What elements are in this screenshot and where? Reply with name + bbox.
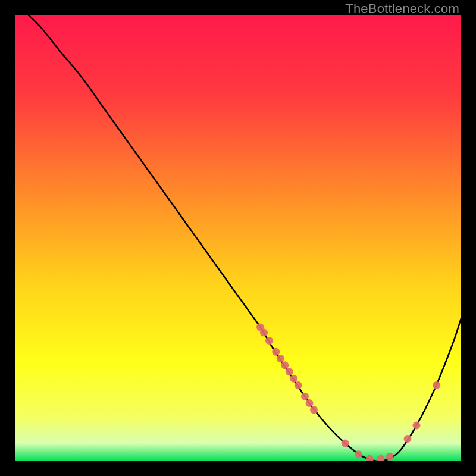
scatter-dot	[386, 453, 394, 461]
scatter-dot	[342, 440, 349, 447]
scatter-dot	[290, 375, 298, 383]
scatter-dot	[277, 355, 284, 362]
bottleneck-chart	[15, 15, 461, 461]
scatter-dot	[404, 435, 412, 443]
scatter-dot	[413, 422, 421, 430]
chart-background	[15, 15, 461, 461]
scatter-dot	[265, 337, 273, 345]
scatter-dot	[355, 450, 362, 458]
scatter-dot	[281, 361, 289, 369]
scatter-dot	[433, 381, 440, 389]
scatter-dot	[301, 393, 309, 400]
scatter-dot	[306, 399, 314, 407]
scatter-dot	[260, 329, 268, 337]
scatter-dot	[286, 368, 293, 376]
scatter-dot	[295, 381, 302, 389]
scatter-dot	[272, 348, 280, 356]
chart-frame	[15, 15, 461, 461]
scatter-dot	[310, 406, 318, 414]
